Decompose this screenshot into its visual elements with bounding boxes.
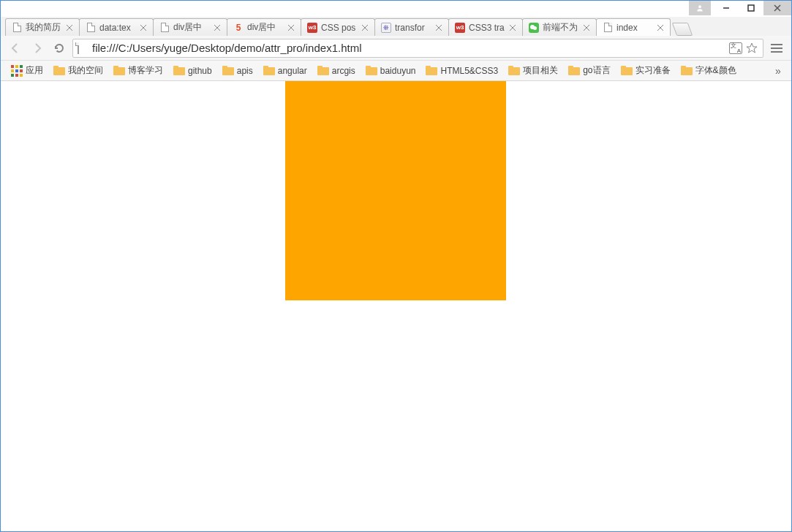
window-close-button[interactable] [763,1,791,15]
bookmark-folder[interactable]: angular [259,64,312,78]
chrome-user-button[interactable] [689,1,711,15]
bookmark-folder[interactable]: 我的空间 [49,62,108,79]
browser-tab[interactable]: ❊ transfor [374,18,449,36]
folder-icon [681,66,693,75]
new-tab-button[interactable] [672,23,693,36]
bookmark-folder[interactable]: 实习准备 [616,62,675,79]
arrow-left-icon [10,42,21,54]
bookmark-star-button[interactable] [745,42,758,55]
browser-tab[interactable]: div居中 [153,18,227,36]
tab-close-button[interactable] [360,23,370,33]
browser-tab-active[interactable]: index [596,18,671,36]
back-button[interactable] [7,39,24,57]
baidu-icon: ❊ [381,23,391,33]
forward-button[interactable] [29,39,46,57]
folder-icon [317,66,329,75]
browser-tab[interactable]: 我的简历 [5,18,80,36]
bookmark-folder[interactable]: arcgis [313,64,360,78]
bookmarks-overflow-button[interactable]: » [771,65,785,77]
bookmark-folder[interactable]: apis [218,64,257,78]
user-icon [696,4,704,12]
bookmark-label: arcgis [332,66,355,76]
toolbar: file:///C:/Users/yuge/Desktop/demo/attr_… [1,36,791,61]
bookmark-folder[interactable]: HTML5&CSS3 [421,64,502,78]
page-viewport [1,81,791,531]
file-icon [86,23,96,33]
file-icon [603,23,613,33]
bookmark-folder[interactable]: 项目相关 [504,62,562,79]
translate-icon [729,42,742,54]
address-bar[interactable]: file:///C:/Users/yuge/Desktop/demo/attr_… [72,39,763,58]
bookmark-folder[interactable]: baiduyun [361,64,420,78]
bookmark-folder[interactable]: 字体&颜色 [676,62,741,79]
window-maximize-button[interactable] [739,1,763,15]
url-text: file:///C:/Users/yuge/Desktop/demo/attr_… [92,42,725,54]
svg-rect-2 [748,5,754,11]
html5-icon: 5 [233,23,244,33]
w3-icon: w3 [455,23,465,33]
browser-tab[interactable]: w3 CSS pos [301,18,375,36]
tab-close-button[interactable] [434,23,444,33]
reload-button[interactable] [50,39,68,57]
folder-icon [426,66,437,75]
close-icon [774,4,781,12]
tab-title: 前端不为 [543,21,578,34]
tab-close-button[interactable] [508,23,518,33]
bookmark-label: 应用 [26,64,43,77]
tab-strip: 我的简历 data:tex div居中 5 div居中 w3 CSS pos [1,17,791,36]
svg-point-0 [698,5,701,8]
folder-icon [113,66,125,75]
file-icon [78,43,88,53]
browser-tab[interactable]: w3 CSS3 tra [448,18,523,36]
tab-close-button[interactable] [286,23,296,33]
tab-title: transfor [395,23,431,33]
w3-icon: w3 [307,23,317,33]
window-controls [689,1,791,17]
tab-close-button[interactable] [138,23,148,33]
tab-close-button[interactable] [581,23,592,33]
window-titlebar [1,1,791,17]
bookmark-label: github [188,66,212,76]
wechat-icon [529,23,539,33]
bookmark-label: 我的空间 [68,64,103,77]
folder-icon [366,66,377,75]
bookmark-label: 项目相关 [523,64,558,77]
omnibox-actions [729,42,758,55]
folder-icon [621,66,633,75]
tab-close-button[interactable] [655,23,665,33]
browser-window: 我的简历 data:tex div居中 5 div居中 w3 CSS pos [0,0,792,532]
content-box [285,81,506,300]
maximize-icon [747,4,755,12]
tab-close-button[interactable] [64,23,75,33]
bookmark-folder[interactable]: go语言 [564,62,614,79]
tab-title: 我的简历 [26,21,61,34]
translate-button[interactable] [729,42,742,55]
bookmark-folder[interactable]: github [169,64,216,78]
file-icon [159,23,170,33]
tab-title: data:tex [99,23,135,33]
bookmark-label: 博客学习 [128,64,163,77]
hamburger-icon [771,44,782,53]
bookmark-folder[interactable]: 博客学习 [109,62,167,79]
apps-shortcut[interactable]: 应用 [7,62,48,79]
browser-tab[interactable]: 前端不为 [522,18,597,36]
tab-title: index [616,23,652,33]
tab-close-button[interactable] [212,23,222,33]
tab-title: CSS pos [321,23,357,33]
folder-icon [173,66,185,75]
apps-grid-icon [11,65,23,77]
chrome-menu-button[interactable] [768,39,785,57]
file-icon [12,23,22,33]
tab-title: CSS3 tra [469,23,505,33]
minimize-icon [723,4,730,12]
svg-marker-23 [747,43,757,53]
folder-icon [568,66,580,75]
browser-tab[interactable]: data:tex [79,18,154,36]
folder-icon [508,66,520,75]
reload-icon [53,42,65,54]
bookmark-label: angular [278,66,307,76]
window-minimize-button[interactable] [714,1,739,15]
bookmark-label: apis [237,66,253,76]
bookmark-label: go语言 [583,64,610,77]
browser-tab[interactable]: 5 div居中 [227,18,301,36]
